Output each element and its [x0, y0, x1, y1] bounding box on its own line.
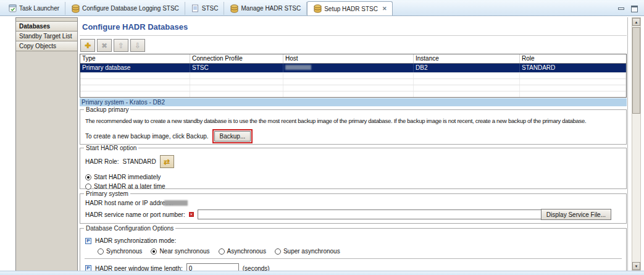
group-legend: Start HADR option	[84, 145, 138, 151]
sync-mode-label: HADR synchronization mode:	[95, 237, 176, 244]
window-controls	[618, 1, 638, 17]
table-file-icon	[191, 4, 199, 13]
move-down-button[interactable]: ⇩	[130, 39, 145, 52]
scroll-down-button[interactable]: ▼	[632, 262, 640, 270]
hadr-databases-table: Type Connection Profile Host Instance Ro…	[80, 54, 627, 98]
switch-role-button[interactable]: ⇄	[160, 155, 174, 168]
display-service-file-button[interactable]: Display Service File...	[541, 209, 611, 220]
scroll-down-icon: ▼	[635, 264, 638, 268]
delete-database-button[interactable]: ✖	[97, 39, 112, 52]
tab-label: Setup HADR STSC	[324, 6, 378, 12]
parameter-icon: P	[85, 238, 91, 244]
task-sidebar: Databases Standby Target List Copy Objec…	[15, 17, 78, 275]
hadr-role-label: HADR Role:	[85, 158, 119, 165]
radio-super-asynchronous[interactable]: Super asynchronous	[275, 248, 340, 255]
error-icon: ✕	[189, 212, 194, 217]
title-separator	[80, 35, 627, 36]
cell-role: STANDARD	[520, 64, 626, 72]
group-legend: Database Configuration Options	[84, 225, 175, 232]
tab-label: STSC	[202, 5, 219, 12]
backup-button[interactable]: Backup...	[214, 131, 251, 142]
table-header-row: Type Connection Profile Host Instance Ro…	[80, 54, 626, 64]
content-scrollbar-divider	[627, 17, 628, 271]
delete-icon: ✖	[101, 41, 107, 50]
sidebar-item-copy-objects[interactable]: Copy Objects	[16, 41, 77, 51]
hadr-role-value: STANDARD	[122, 158, 156, 165]
primary-system-section-header: Primary system - Kratos - DB2	[80, 98, 627, 106]
redacted-host-value	[285, 65, 311, 70]
backup-instruction: To create a new backup image, click Back…	[85, 133, 209, 140]
tab-stsc[interactable]: STSC	[185, 2, 225, 15]
scroll-up-icon: ▲	[635, 20, 638, 24]
table-toolbar: ✚ ✖ ⇧ ⇩	[80, 39, 145, 52]
radio-button-icon	[85, 174, 91, 180]
cell-connection-profile: STSC	[190, 64, 283, 72]
radio-button-icon	[275, 248, 281, 255]
radio-synchronous[interactable]: Synchronous	[98, 248, 142, 255]
column-header-host[interactable]: Host	[283, 54, 414, 63]
maximize-icon[interactable]	[631, 6, 638, 12]
editor-tab-bar: Task Launcher Configure Database Logging…	[0, 0, 644, 16]
hadr-host-label: HADR host name or IP address:	[85, 200, 161, 206]
radio-near-synchronous[interactable]: Near synchronous	[151, 248, 209, 255]
column-header-type[interactable]: Type	[80, 54, 190, 63]
switch-role-icon: ⇄	[164, 158, 170, 166]
setup-hadr-window: Task Launcher Configure Database Logging…	[0, 0, 644, 275]
scrollbar-thumb[interactable]	[632, 27, 640, 114]
database-configuration-options-group: Database Configuration Options P HADR sy…	[80, 228, 627, 275]
group-legend: Primary system	[84, 190, 130, 197]
table-row-empty[interactable]	[80, 91, 626, 97]
task-launcher-icon	[8, 4, 17, 13]
minimize-icon[interactable]	[618, 7, 624, 10]
vertical-scrollbar[interactable]: ▲ ▼	[632, 17, 641, 271]
radio-start-hadr-immediately[interactable]: Start HADR immediately	[85, 174, 161, 180]
hadr-port-label: HADR service name or port number:	[85, 211, 185, 218]
hadr-port-input[interactable]	[198, 209, 557, 219]
database-icon	[230, 4, 238, 13]
radio-start-hadr-later[interactable]: Start HADR at a later time	[85, 183, 165, 190]
start-hadr-option-group: Start HADR option HADR Role: STANDARD ⇄ …	[80, 148, 627, 189]
window-bottom-edge	[0, 271, 644, 275]
radio-button-icon	[85, 184, 91, 190]
tab-label: Manage HADR STSC	[241, 5, 301, 12]
column-header-instance[interactable]: Instance	[414, 54, 520, 63]
table-row-empty[interactable]	[80, 72, 626, 78]
tab-label: Task Launcher	[19, 5, 59, 12]
table-row-empty[interactable]	[80, 85, 626, 91]
tab-setup-hadr-active[interactable]: Setup HADR STSC ✕	[307, 1, 393, 15]
radio-button-icon	[151, 248, 157, 255]
radio-button-icon	[219, 248, 225, 255]
add-database-button[interactable]: ✚	[80, 39, 95, 52]
backup-primary-group: Backup primary The recommended way to cr…	[80, 109, 627, 145]
move-up-icon: ⇧	[118, 41, 124, 50]
group-legend: Backup primary	[84, 106, 130, 113]
database-icon	[313, 4, 322, 13]
table-row-primary-database[interactable]: Primary database STSC DB2 STANDARD	[80, 64, 626, 72]
primary-system-group: Primary system HADR host name or IP addr…	[80, 193, 627, 224]
radio-asynchronous[interactable]: Asynchronous	[219, 248, 266, 255]
scroll-up-button[interactable]: ▲	[632, 18, 640, 26]
backup-description: The recommended way to create a new stan…	[85, 117, 586, 124]
move-up-button[interactable]: ⇧	[114, 39, 128, 52]
column-header-role[interactable]: Role	[520, 54, 626, 63]
radio-button-icon	[98, 248, 104, 255]
red-highlight-annotation: Backup...	[212, 129, 253, 143]
tab-task-launcher[interactable]: Task Launcher	[2, 2, 65, 15]
database-icon	[71, 4, 80, 13]
column-header-connection-profile[interactable]: Connection Profile	[190, 54, 283, 63]
page-title: Configure HADR Databases	[82, 22, 188, 32]
options-separator	[85, 258, 622, 259]
cell-type: Primary database	[80, 64, 190, 72]
tab-label: Configure Database Logging STSC	[82, 5, 179, 12]
add-icon: ✚	[85, 41, 91, 50]
table-row-empty[interactable]	[80, 78, 626, 85]
sidebar-item-standby-target-list[interactable]: Standby Target List	[16, 32, 77, 41]
close-icon[interactable]: ✕	[382, 6, 387, 12]
redacted-host-address	[164, 200, 188, 206]
tab-manage-hadr[interactable]: Manage HADR STSC	[224, 2, 307, 15]
tab-configure-database-logging[interactable]: Configure Database Logging STSC	[65, 2, 185, 15]
sidebar-item-databases[interactable]: Databases	[16, 22, 77, 32]
move-down-icon: ⇩	[135, 41, 141, 50]
cell-host	[283, 64, 414, 72]
cell-instance: DB2	[414, 64, 520, 72]
